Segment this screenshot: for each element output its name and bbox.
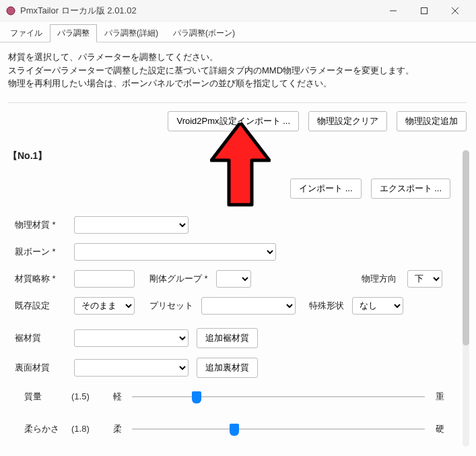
slider-soft-name: 柔らかさ xyxy=(24,423,65,435)
slider-mass-right: 重 xyxy=(432,391,448,403)
slider-row-mass: 質量 (1.5) 軽 重 xyxy=(24,390,448,403)
instruction-line-1: 材質を選択して、パラメーターを調整してください。 xyxy=(8,51,467,64)
parent-bone-select[interactable] xyxy=(74,243,276,261)
import-button[interactable]: インポート ... xyxy=(290,178,361,199)
tab-file[interactable]: ファイル xyxy=(3,24,50,42)
slider-mass-left: 軽 xyxy=(109,391,125,403)
hem-material-label: 裾材質 xyxy=(15,332,66,344)
vroid-import-button[interactable]: Vroid2Pmx設定インポート ... xyxy=(168,111,299,131)
tab-bar: ファイル パラ調整 パラ調整(詳細) パラ調整(ボーン) xyxy=(0,24,476,42)
divider xyxy=(8,102,467,103)
instructions-text: 材質を選択して、パラメーターを調整してください。 スライダーパラメーターで調整し… xyxy=(8,51,467,90)
parent-bone-label: 親ボーン * xyxy=(15,246,66,258)
window-titlebar: PmxTailor ローカル版 2.01.02 xyxy=(0,0,476,22)
instruction-line-2: スライダーパラメーターで調整した設定に基づいて詳細タブ内のMMD物理パラメーター… xyxy=(8,64,467,77)
minimize-button[interactable] xyxy=(378,0,409,22)
slider-mass-value: (1.5) xyxy=(71,391,102,401)
hem-add-button[interactable]: 追加裾材質 xyxy=(197,328,258,348)
physics-add-button[interactable]: 物理設定追加 xyxy=(397,111,467,131)
rigid-group-select[interactable] xyxy=(216,270,251,288)
scrollbar-thumb[interactable] xyxy=(463,150,469,346)
tab-param[interactable]: パラ調整 xyxy=(50,24,97,42)
slider-mass-name: 質量 xyxy=(24,391,65,403)
slider-row-softness: 柔らかさ (1.8) 柔 硬 xyxy=(24,422,448,436)
preset-label: プリセット xyxy=(149,300,193,312)
slider-soft-value: (1.8) xyxy=(71,424,102,434)
export-button[interactable]: エクスポート ... xyxy=(371,178,450,199)
preset-select[interactable] xyxy=(201,297,296,315)
slider-mass[interactable] xyxy=(132,390,425,403)
slider-soft-right: 硬 xyxy=(432,423,448,435)
phys-material-select[interactable] xyxy=(74,216,189,234)
svg-rect-2 xyxy=(421,7,428,13)
phys-dir-select[interactable]: 下 xyxy=(407,270,442,288)
svg-point-0 xyxy=(7,7,15,15)
slider-soft[interactable] xyxy=(132,422,425,436)
existing-label: 既存設定 xyxy=(15,300,66,312)
top-button-row: Vroid2Pmx設定インポート ... 物理設定クリア 物理設定追加 xyxy=(8,111,467,131)
settings-panel: 【No.1】 インポート ... エクスポート ... 物理材質 * 親ボーン … xyxy=(8,150,467,457)
phys-material-label: 物理材質 * xyxy=(15,219,66,231)
back-add-button[interactable]: 追加裏材質 xyxy=(197,358,258,378)
app-icon xyxy=(5,5,16,16)
phys-dir-label: 物理方向 xyxy=(362,273,397,285)
rigid-group-label: 剛体グループ * xyxy=(149,273,208,285)
back-material-label: 裏面材質 xyxy=(15,362,66,374)
scrollbar[interactable] xyxy=(463,150,469,447)
short-name-label: 材質略称 * xyxy=(15,273,66,285)
physics-clear-button[interactable]: 物理設定クリア xyxy=(308,111,387,131)
tab-param-bone[interactable]: パラ調整(ボーン) xyxy=(166,24,242,42)
special-shape-label: 特殊形状 xyxy=(309,300,344,312)
import-export-row: インポート ... エクスポート ... xyxy=(8,178,450,199)
tab-param-detail[interactable]: パラ調整(詳細) xyxy=(97,24,166,42)
close-button[interactable] xyxy=(440,0,471,22)
slider-soft-left: 柔 xyxy=(109,423,125,435)
maximize-button[interactable] xyxy=(409,0,440,22)
instruction-line-3: 物理を再利用したい場合は、ボーンパネルでボーンの並び順を指定してください。 xyxy=(8,77,467,90)
hem-material-select[interactable] xyxy=(74,329,189,347)
slider-block: 質量 (1.5) 軽 重 柔らかさ (1.8) 柔 硬 張り (1.5) xyxy=(24,390,448,457)
special-shape-select[interactable]: なし xyxy=(352,297,403,315)
window-title: PmxTailor ローカル版 2.01.02 xyxy=(20,5,137,17)
short-name-input[interactable] xyxy=(74,270,135,288)
section-title: 【No.1】 xyxy=(8,150,467,162)
back-material-select[interactable] xyxy=(74,359,189,377)
existing-select[interactable]: そのまま xyxy=(74,297,135,315)
